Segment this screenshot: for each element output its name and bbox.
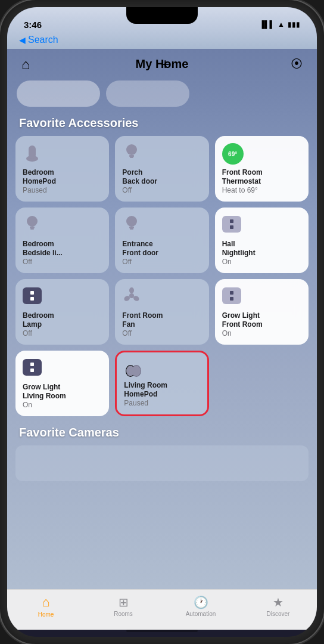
notch: [126, 7, 198, 24]
tab-automation-icon: 🕐: [194, 595, 208, 609]
tab-discover-icon: ★: [273, 595, 284, 609]
top-scroll-pill-1[interactable]: [17, 80, 100, 107]
outlet-lamp-icon: [23, 286, 42, 305]
speaker-waveform-button[interactable]: ⦿: [291, 57, 303, 71]
svg-rect-9: [129, 227, 134, 228]
tile-bedroom-homepod[interactable]: Bedroom HomePod Paused: [15, 136, 109, 202]
bulb-off-icon: [122, 143, 141, 162]
tile-living-room-homepod[interactable]: Living Room HomePod Paused: [115, 351, 208, 416]
tile-bedroom-lamp[interactable]: Bedroom Lamp Off: [15, 279, 109, 345]
tab-home-icon: ⌂: [42, 595, 49, 610]
tab-discover[interactable]: ★ Discover: [239, 595, 317, 617]
tab-rooms[interactable]: ⊞ Rooms: [85, 595, 162, 617]
svg-rect-4: [130, 157, 133, 158]
home-icon: ⌂: [21, 56, 30, 72]
svg-point-8: [126, 216, 137, 227]
svg-rect-6: [30, 227, 35, 228]
tile-grow-light-front-room[interactable]: Grow Light Front Room On: [215, 279, 309, 345]
cameras-area: [15, 445, 309, 481]
phone-frame: 3:46 ▐▌▌ ▲ ▮▮▮ ◀ Search ⌂ +: [0, 0, 324, 644]
tab-rooms-label: Rooms: [114, 611, 133, 617]
svg-rect-10: [130, 228, 133, 230]
tab-home[interactable]: ⌂ Home: [7, 595, 85, 618]
bulb-entrance-icon: [122, 215, 141, 234]
signal-bars-icon: ▐▌▌: [260, 20, 275, 29]
svg-point-12: [129, 287, 134, 293]
status-icons: ▐▌▌ ▲ ▮▮▮: [260, 20, 300, 29]
tile-grow-light-living-room[interactable]: Grow Light Living Room On: [15, 351, 109, 416]
phone-screen: 3:46 ▐▌▌ ▲ ▮▮▮ ◀ Search ⌂ +: [7, 7, 317, 637]
tile-porch-backdoor[interactable]: Porch Back door Off: [115, 136, 208, 202]
tile-front-room-fan[interactable]: Front Room Fan Off: [115, 279, 208, 345]
homepod-living-icon: [124, 360, 143, 379]
svg-rect-3: [129, 155, 134, 157]
empty-grid-cell: [215, 351, 309, 416]
tab-discover-label: Discover: [267, 611, 290, 617]
waveform-icon: ⦿: [291, 57, 303, 70]
battery-icon: ▮▮▮: [288, 20, 300, 29]
svg-rect-7: [30, 228, 34, 230]
svg-point-2: [126, 144, 137, 155]
search-back-button[interactable]: ◀ Search: [19, 35, 58, 45]
tab-automation[interactable]: 🕐 Automation: [162, 595, 239, 617]
app-content: ⌂ + My Home ⦿ Favorite Accessories: [7, 49, 317, 589]
bulb-bedside-icon: [23, 215, 42, 234]
homepod-icon: [23, 143, 42, 162]
favorite-accessories-title: Favorite Accessories: [7, 112, 317, 136]
back-label: Search: [28, 35, 58, 45]
tab-automation-label: Automation: [186, 611, 216, 617]
top-scroll-pill-2[interactable]: [106, 80, 189, 107]
chevron-left-icon: ◀: [19, 35, 26, 45]
outlet-grow-living-icon: [23, 358, 42, 377]
tile-bedroom-bedside[interactable]: Bedroom Bedside li... Off: [15, 208, 109, 273]
svg-point-5: [27, 216, 38, 227]
tab-home-label: Home: [38, 611, 54, 618]
thermostat-badge: 69°: [222, 143, 244, 165]
svg-rect-1: [29, 145, 36, 159]
favorite-cameras-title: Favorite Cameras: [7, 423, 317, 445]
nav-back-bar: ◀ Search: [7, 33, 317, 49]
svg-point-11: [129, 293, 134, 298]
tile-entrance-frontdoor[interactable]: Entrance Front door Off: [115, 208, 208, 273]
tab-rooms-icon: ⊞: [119, 595, 129, 609]
svg-point-18: [132, 366, 141, 376]
status-time: 3:46: [24, 20, 42, 30]
fan-icon: [122, 286, 141, 305]
wifi-icon: ▲: [278, 20, 285, 29]
tile-hall-nightlight[interactable]: Hall Nightlight On: [215, 208, 309, 273]
status-bar: 3:46 ▐▌▌ ▲ ▮▮▮: [7, 7, 317, 33]
page-title: My Home: [136, 57, 189, 71]
outlet-nightlight-icon: [222, 215, 241, 234]
home-indicator: [126, 630, 198, 632]
tile-front-room-thermostat[interactable]: 69° Front Room Thermostat Heat to 69°: [215, 136, 309, 202]
tab-bar: ⌂ Home ⊞ Rooms 🕐 Automation ★ Discover: [7, 589, 317, 630]
header-home-button[interactable]: ⌂: [21, 56, 30, 73]
outlet-grow-front-icon: [222, 286, 241, 305]
